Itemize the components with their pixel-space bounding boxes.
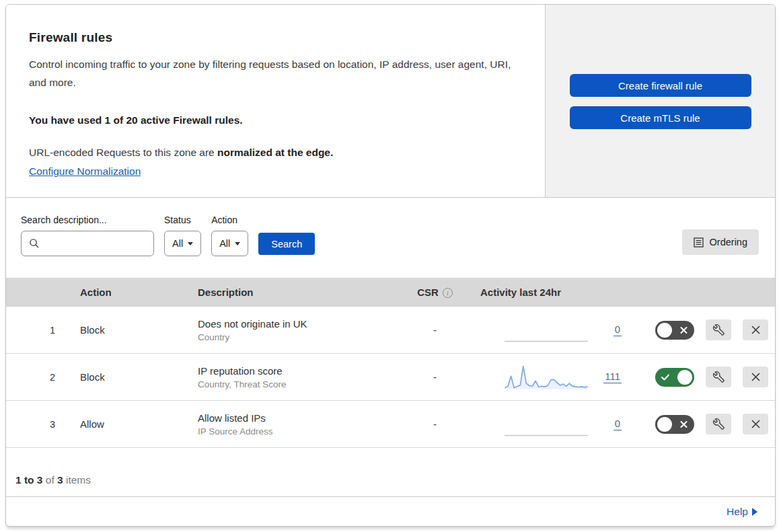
configure-normalization-link[interactable]: Configure Normalization xyxy=(29,165,141,178)
chevron-down-icon xyxy=(235,242,240,245)
chevron-down-icon xyxy=(188,242,193,245)
total-text: 3 xyxy=(57,474,63,486)
range-text: 1 to 3 xyxy=(15,474,42,486)
items-text: items xyxy=(66,474,91,486)
activity-sparkline xyxy=(504,411,589,438)
rule-description-cell: Does not originate in UK Country xyxy=(188,318,403,342)
rule-action: Block xyxy=(70,324,188,336)
rule-activity-cell: 0 xyxy=(467,317,645,344)
rule-description: IP reputation score xyxy=(198,365,403,377)
x-icon xyxy=(680,420,687,428)
rule-description: Allow listed IPs xyxy=(198,412,403,424)
delete-rule-button[interactable] xyxy=(743,414,768,434)
rule-number: 3 xyxy=(6,419,70,430)
activity-sparkline xyxy=(504,364,589,391)
edit-rule-button[interactable] xyxy=(706,414,731,434)
status-select[interactable]: All xyxy=(164,231,201,256)
status-filter-group: Status All xyxy=(164,215,201,256)
enable-toggle[interactable] xyxy=(655,415,694,434)
page-description: Control incoming traffic to your zone by… xyxy=(29,55,513,91)
search-icon xyxy=(29,238,40,249)
search-group: Search description... xyxy=(21,215,154,256)
x-icon xyxy=(680,326,687,334)
search-label: Search description... xyxy=(21,215,154,225)
action-filter-group: Action All xyxy=(211,215,248,256)
table-header-row: Action Description CSRi Activity last 24… xyxy=(6,278,775,307)
column-activity: Activity last 24hr xyxy=(467,287,645,298)
close-icon xyxy=(751,325,761,335)
activity-sparkline xyxy=(504,317,589,344)
info-icon[interactable]: i xyxy=(443,288,453,298)
pagination-info-row: 1 to 3 of 3 items xyxy=(6,448,775,497)
status-label: Status xyxy=(164,215,201,225)
rule-fields: Country xyxy=(198,332,403,342)
column-action: Action xyxy=(70,287,188,298)
rule-action: Block xyxy=(70,371,188,383)
action-select[interactable]: All xyxy=(211,231,248,256)
table-row: 1 Block Does not originate in UK Country… xyxy=(6,307,775,354)
activity-count-link[interactable]: 0 xyxy=(613,418,622,430)
action-value: All xyxy=(219,238,230,249)
rule-csr: - xyxy=(403,324,467,336)
rule-fields: IP Source Address xyxy=(198,426,403,436)
ordering-list-icon xyxy=(694,237,704,248)
table-row: 2 Block IP reputation score Country, Thr… xyxy=(6,354,775,401)
delete-rule-button[interactable] xyxy=(743,319,768,340)
rule-number: 2 xyxy=(6,372,70,383)
activity-count-link[interactable]: 0 xyxy=(613,324,622,336)
header-section: Firewall rules Control incoming traffic … xyxy=(6,5,775,198)
normalization-line: URL-encoded Requests to this zone are no… xyxy=(29,147,518,159)
enable-toggle[interactable] xyxy=(655,321,694,340)
firewall-rules-card: Firewall rules Control incoming traffic … xyxy=(5,4,776,527)
create-firewall-rule-button[interactable]: Create firewall rule xyxy=(570,74,751,97)
rule-csr: - xyxy=(403,418,467,430)
header-left: Firewall rules Control incoming traffic … xyxy=(6,5,545,197)
close-icon xyxy=(751,419,761,429)
toggle-knob xyxy=(657,417,672,432)
wrench-icon xyxy=(713,371,724,383)
column-csr: CSRi xyxy=(403,287,467,298)
rule-csr: - xyxy=(403,371,467,383)
rule-action: Allow xyxy=(70,418,188,430)
rule-description-cell: IP reputation score Country, Threat Scor… xyxy=(188,365,403,389)
toggle-knob xyxy=(677,370,692,385)
wrench-icon xyxy=(713,418,724,430)
create-mtls-rule-button[interactable]: Create mTLS rule xyxy=(570,106,751,129)
usage-line: You have used 1 of 20 active Firewall ru… xyxy=(29,114,518,126)
table-row: 3 Allow Allow listed IPs IP Source Addre… xyxy=(6,401,775,448)
rule-description: Does not originate in UK xyxy=(198,318,403,330)
edit-rule-button[interactable] xyxy=(706,319,731,340)
items-count-text: 1 to 3 of 3 items xyxy=(15,474,91,486)
help-link[interactable]: Help xyxy=(727,506,757,518)
enable-toggle[interactable] xyxy=(655,368,694,387)
rule-activity-cell: 0 xyxy=(467,411,645,438)
search-input[interactable] xyxy=(21,231,154,256)
rule-activity-cell: 111 xyxy=(467,364,645,391)
help-row: Help xyxy=(6,497,775,527)
filter-bar: Search description... Status All Action … xyxy=(6,198,775,278)
page-title: Firewall rules xyxy=(29,30,518,45)
action-label: Action xyxy=(211,215,248,225)
edit-rule-button[interactable] xyxy=(706,367,731,387)
wrench-icon xyxy=(713,324,724,336)
delete-rule-button[interactable] xyxy=(743,367,768,387)
close-icon xyxy=(751,372,761,382)
normalization-bold: normalized at the edge. xyxy=(217,147,333,158)
ordering-button[interactable]: Ordering xyxy=(682,229,759,255)
activity-count-link[interactable]: 111 xyxy=(603,371,622,383)
search-button[interactable]: Search xyxy=(258,233,315,255)
rule-controls xyxy=(645,367,775,387)
rule-number: 1 xyxy=(6,325,70,336)
check-icon xyxy=(661,374,669,381)
rule-description-cell: Allow listed IPs IP Source Address xyxy=(188,412,403,436)
rule-controls xyxy=(645,319,775,340)
rule-controls xyxy=(645,414,775,434)
rule-fields: Country, Threat Score xyxy=(198,379,403,389)
help-label: Help xyxy=(727,506,748,518)
toggle-knob xyxy=(657,323,672,338)
ordering-label: Ordering xyxy=(710,237,747,248)
header-actions-panel: Create firewall rule Create mTLS rule xyxy=(545,5,775,197)
column-description: Description xyxy=(188,287,403,298)
normalization-text: URL-encoded Requests to this zone are xyxy=(29,147,215,158)
csr-header-label: CSR xyxy=(417,287,439,298)
